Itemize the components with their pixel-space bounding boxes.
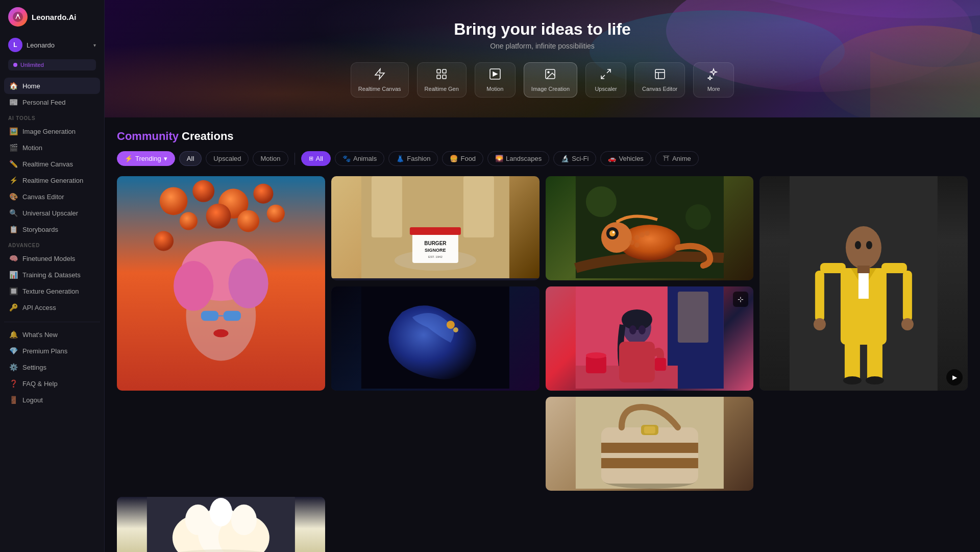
canvas-editor-tool-icon — [654, 68, 666, 83]
plan-badge[interactable]: Unlimited — [8, 59, 96, 70]
svg-point-57 — [843, 376, 862, 385]
sidebar-item-logout[interactable]: 🚪 Logout — [4, 392, 100, 408]
img8-svg — [117, 497, 325, 552]
food-label: Food — [460, 155, 476, 162]
img4-svg — [760, 176, 968, 391]
sidebar-item-texture-generation[interactable]: 🔲 Texture Generation — [4, 283, 100, 299]
grid-item-4[interactable]: ▶ — [760, 176, 968, 391]
tool-image-creation[interactable]: Image Creation — [524, 62, 577, 98]
svg-point-67 — [866, 241, 872, 249]
tool-realtime-gen[interactable]: Realtime Gen — [417, 62, 467, 98]
plan-label: Unlimited — [20, 62, 44, 68]
sidebar-item-home[interactable]: 🏠 Home — [4, 78, 100, 94]
filter-all-left[interactable]: All — [179, 151, 202, 166]
anime-label: Anime — [672, 155, 691, 162]
animals-icon: 🐾 — [342, 155, 351, 162]
svg-point-58 — [866, 376, 884, 385]
community-title-highlight: Community — [117, 130, 179, 142]
grid-item-2[interactable]: BURGER SIGNORE EST. 1942 — [331, 176, 540, 280]
svg-rect-8 — [443, 75, 446, 79]
user-section[interactable]: L Leonardo ▾ — [0, 34, 104, 56]
community-title-rest: Creations — [179, 130, 234, 142]
sidebar-item-personal-feed[interactable]: 📰 Personal Feed — [4, 94, 100, 110]
img1-svg — [117, 176, 325, 391]
sidebar-label-logout: Logout — [22, 396, 43, 404]
tool-more[interactable]: More — [693, 62, 734, 98]
motion-tool-icon — [489, 68, 501, 83]
fashion-label: Fashion — [407, 155, 430, 162]
filter-anime[interactable]: ⛩ Anime — [655, 151, 699, 166]
filter-trending[interactable]: ⚡ Trending ▾ — [117, 151, 175, 166]
svg-point-1 — [17, 14, 19, 16]
svg-point-96 — [210, 498, 232, 526]
action-button-img6[interactable]: ⊹ — [733, 292, 748, 307]
svg-rect-7 — [437, 75, 440, 79]
sidebar-item-api-access[interactable]: 🔑 API Access — [4, 299, 100, 316]
logo-avatar — [8, 7, 28, 27]
sidebar-item-settings[interactable]: ⚙️ Settings — [4, 359, 100, 375]
canvas-editor-icon: 🎨 — [9, 193, 17, 201]
sidebar-item-finetuned-models[interactable]: 🧠 Finetuned Models — [4, 250, 100, 267]
sidebar-item-faq-help[interactable]: ❓ FAQ & Help — [4, 375, 100, 392]
sidebar-label-realtime-canvas: Realtime Canvas — [22, 160, 73, 168]
svg-point-13 — [160, 187, 188, 215]
tool-realtime-canvas[interactable]: Realtime Canvas — [351, 62, 409, 98]
filter-landscapes[interactable]: 🌄 Landscapes — [487, 151, 549, 166]
svg-rect-86 — [601, 427, 698, 484]
grid-item-8[interactable] — [117, 497, 325, 552]
realtime-canvas-icon: ✏️ — [9, 160, 17, 168]
play-button-img4[interactable]: ▶ — [946, 369, 963, 386]
sidebar-label-faq-help: FAQ & Help — [22, 380, 58, 388]
logo[interactable]: Leonardo.Ai — [0, 0, 104, 34]
trending-label: Trending — [135, 155, 161, 162]
all-right-icon: ⊞ — [309, 155, 313, 162]
sidebar-item-motion[interactable]: 🎬 Motion — [4, 139, 100, 156]
fashion-icon: 👗 — [396, 155, 404, 162]
landscapes-icon: 🌄 — [495, 155, 503, 162]
sidebar-label-universal-upscaler: Universal Upscaler — [22, 209, 78, 217]
grid-item-5[interactable] — [331, 286, 540, 391]
svg-point-64 — [901, 318, 914, 330]
settings-icon: ⚙️ — [9, 363, 17, 371]
svg-point-79 — [621, 309, 652, 330]
filter-motion[interactable]: Motion — [253, 151, 288, 166]
grid-item-1[interactable] — [117, 176, 325, 391]
filter-upscaled[interactable]: Upscaled — [206, 151, 249, 166]
filter-sci-fi[interactable]: 🔬 Sci-Fi — [553, 151, 596, 166]
sidebar-item-image-generation[interactable]: 🖼️ Image Generation — [4, 123, 100, 139]
tool-canvas-editor[interactable]: Canvas Editor — [634, 62, 685, 98]
hero-title: Bring your ideas to life — [454, 20, 631, 39]
svg-rect-88 — [601, 458, 698, 468]
sidebar-item-realtime-generation[interactable]: ⚡ Realtime Generation — [4, 172, 100, 188]
community-title: Community Creations — [117, 130, 968, 143]
svg-point-21 — [267, 205, 285, 223]
sidebar-item-canvas-editor[interactable]: 🎨 Canvas Editor — [4, 188, 100, 205]
image-gen-icon: 🖼️ — [9, 127, 17, 135]
filter-food[interactable]: 🍔 Food — [442, 151, 483, 166]
filter-vehicles[interactable]: 🚗 Vehicles — [600, 151, 651, 166]
tool-realtime-gen-label: Realtime Gen — [425, 86, 459, 92]
realtime-gen-tool-icon — [435, 68, 448, 83]
tool-motion[interactable]: Motion — [475, 62, 516, 98]
grid-item-6[interactable]: ⊹ — [546, 286, 754, 391]
sidebar-item-realtime-canvas[interactable]: ✏️ Realtime Canvas — [4, 156, 100, 172]
grid-item-7[interactable] — [546, 397, 754, 491]
grid-item-3[interactable] — [546, 176, 754, 280]
tool-upscaler[interactable]: Upscaler — [585, 62, 626, 98]
animals-label: Animals — [353, 155, 377, 162]
sidebar-label-whats-new: What's New — [22, 331, 58, 339]
realtime-gen-icon: ⚡ — [9, 176, 17, 184]
sidebar-item-storyboards[interactable]: 📋 Storyboards — [4, 221, 100, 237]
sidebar-label-home: Home — [22, 82, 40, 90]
sidebar-item-universal-upscaler[interactable]: 🔍 Universal Upscaler — [4, 205, 100, 221]
upscaled-label: Upscaled — [213, 155, 241, 162]
filter-all-right[interactable]: ⊞ All — [301, 151, 331, 166]
filter-fashion[interactable]: 👗 Fashion — [388, 151, 438, 166]
filter-animals[interactable]: 🐾 Animals — [335, 151, 384, 166]
svg-rect-68 — [857, 266, 870, 273]
svg-text:SIGNORE: SIGNORE — [425, 248, 446, 253]
sidebar-item-premium-plans[interactable]: 💎 Premium Plans — [4, 343, 100, 359]
sidebar-item-training-datasets[interactable]: 📊 Training & Datasets — [4, 267, 100, 283]
svg-point-19 — [237, 210, 259, 232]
sidebar-item-whats-new[interactable]: 🔔 What's New — [4, 326, 100, 343]
